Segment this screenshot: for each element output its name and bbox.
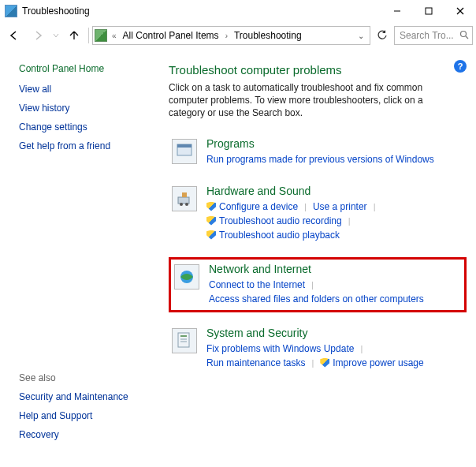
refresh-button[interactable] [372, 26, 392, 45]
nav-toolbar: « All Control Panel Items › Troubleshoot… [0, 22, 476, 49]
link-audio-recording[interactable]: Troubleshoot audio recording [206, 215, 342, 227]
section-programs: Programs Run programs made for previous … [169, 134, 467, 170]
category-system[interactable]: System and Security [206, 327, 463, 339]
link-connect-internet[interactable]: Connect to the Internet [209, 278, 305, 291]
shield-icon [320, 358, 329, 368]
control-panel-icon [95, 29, 107, 42]
category-programs[interactable]: Programs [206, 137, 463, 150]
system-icon [172, 328, 197, 353]
page-heading: Troubleshoot computer problems [169, 63, 467, 77]
minimize-button[interactable] [381, 0, 413, 22]
shield-icon [206, 216, 216, 226]
network-icon [174, 264, 199, 290]
svg-line-3 [457, 8, 463, 14]
sidebar: Control Panel Home View all View history… [19, 63, 169, 448]
breadcrumb-item[interactable]: Troubleshooting [232, 30, 303, 41]
svg-rect-7 [177, 144, 192, 148]
hardware-icon [172, 186, 197, 211]
app-icon [5, 5, 17, 17]
sidebar-link-view-history[interactable]: View history [19, 103, 169, 114]
svg-rect-13 [178, 333, 189, 347]
forward-button[interactable] [27, 24, 49, 47]
shield-icon [206, 202, 216, 211]
chevron-icon[interactable]: › [224, 32, 229, 40]
page-description: Click on a task to automatically trouble… [169, 81, 452, 120]
help-icon[interactable]: ? [454, 60, 467, 73]
close-button[interactable] [444, 0, 476, 22]
section-system: System and Security Fix problems with Wi… [169, 323, 467, 374]
link-use-printer[interactable]: Use a printer [313, 200, 367, 213]
control-panel-home[interactable]: Control Panel Home [19, 63, 169, 74]
svg-point-4 [461, 31, 467, 36]
programs-icon [172, 139, 197, 164]
search-icon[interactable] [459, 30, 469, 42]
link-windows-update[interactable]: Fix problems with Windows Update [206, 342, 354, 355]
svg-line-2 [457, 8, 463, 14]
link-run-compat[interactable]: Run programs made for previous versions … [206, 153, 434, 166]
section-network: Network and Internet Connect to the Inte… [169, 257, 467, 312]
maximize-button[interactable] [413, 0, 444, 22]
sidebar-link-change-settings[interactable]: Change settings [19, 121, 169, 133]
svg-line-5 [466, 36, 468, 39]
sidebar-link-help-support[interactable]: Help and Support [19, 410, 169, 421]
separator [88, 28, 89, 43]
main-content: ? Troubleshoot computer problems Click o… [169, 63, 467, 448]
section-hardware: Hardware and Sound Configure a device | … [169, 181, 467, 246]
sidebar-link-get-help[interactable]: Get help from a friend [19, 140, 169, 151]
recent-dropdown[interactable] [50, 24, 61, 47]
see-also-label: See also [19, 372, 169, 383]
address-dropdown[interactable]: ⌄ [354, 32, 368, 40]
link-access-shared[interactable]: Access shared files and folders on other… [209, 293, 424, 305]
link-configure-device[interactable]: Configure a device [206, 200, 298, 213]
link-power-usage[interactable]: Improve power usage [320, 357, 423, 369]
svg-point-9 [180, 203, 183, 206]
svg-point-10 [185, 203, 188, 206]
sidebar-link-security-maintenance[interactable]: Security and Maintenance [19, 391, 169, 402]
title-bar: Troubleshooting [0, 0, 476, 22]
sidebar-link-view-all[interactable]: View all [19, 84, 169, 95]
back-button[interactable] [3, 24, 25, 47]
sidebar-link-recovery[interactable]: Recovery [19, 429, 169, 440]
search-input[interactable] [398, 29, 456, 42]
svg-rect-1 [426, 8, 432, 14]
svg-rect-8 [178, 197, 189, 204]
link-maintenance[interactable]: Run maintenance tasks [206, 357, 305, 369]
chevron-icon[interactable]: « [110, 32, 118, 40]
address-bar[interactable]: « All Control Panel Items › Troubleshoot… [92, 26, 370, 45]
window-title: Troubleshooting [22, 6, 90, 17]
link-audio-playback[interactable]: Troubleshoot audio playback [206, 229, 340, 241]
category-network[interactable]: Network and Internet [209, 263, 461, 275]
shield-icon [206, 230, 216, 240]
up-button[interactable] [63, 24, 85, 47]
breadcrumb-item[interactable]: All Control Panel Items [121, 30, 221, 41]
search-box[interactable] [394, 26, 473, 45]
category-hardware[interactable]: Hardware and Sound [206, 185, 463, 197]
svg-rect-11 [182, 192, 187, 197]
